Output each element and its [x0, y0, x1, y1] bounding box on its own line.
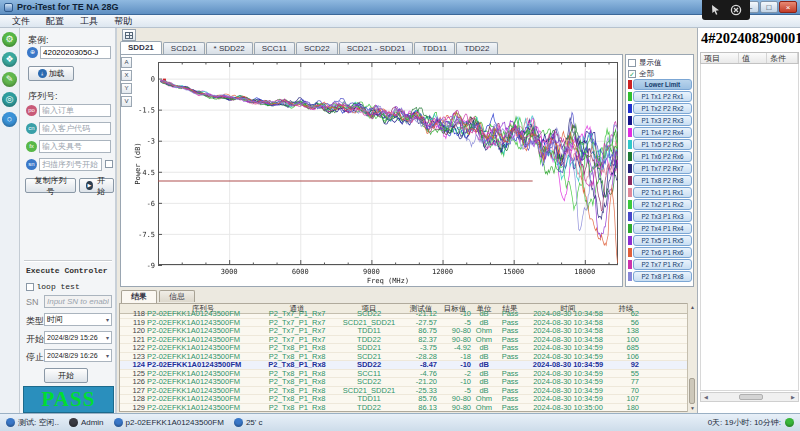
chart-control-X[interactable]: X — [121, 70, 132, 81]
scroll-right-icon[interactable]: ▶ — [788, 393, 798, 401]
tab-SCD21SDD21[interactable]: SCD21 - SDD21 — [339, 42, 414, 54]
results-table: 序列号通道项目测试值目标值单位结果时间持续 118P2-02EFKK1A0124… — [119, 303, 696, 412]
scroll-thumb[interactable] — [689, 378, 695, 404]
tab-SDD22[interactable]: * SDD22 — [206, 42, 253, 54]
table-row[interactable]: 129P2-02EFKK1A01243500FMP2_Tx8_P1_Rx8TDD… — [120, 404, 695, 413]
series-color-swatch — [628, 224, 632, 233]
chart-control-A[interactable]: A — [121, 57, 132, 68]
results-vertical-scrollbar[interactable]: ▲ ▼ — [687, 303, 696, 412]
sn-input[interactable] — [44, 295, 112, 308]
chart-grid-button[interactable] — [122, 29, 136, 41]
menu-item-3[interactable]: 帮助 — [107, 15, 139, 28]
cn-input[interactable] — [39, 122, 111, 135]
cursor-icon[interactable] — [710, 4, 723, 16]
frequency-response-chart[interactable] — [133, 55, 622, 285]
scroll-left-icon[interactable]: ◀ — [701, 393, 711, 401]
series-color-swatch — [628, 188, 632, 197]
legend-button[interactable]: P2 Tx1 P1 Rx1 — [633, 187, 692, 198]
capture-overlay — [702, 0, 750, 20]
tab-TDD22[interactable]: TDD22 — [456, 42, 497, 54]
tab-SCD21[interactable]: SCD21 — [163, 42, 205, 54]
legend-item: P2 Tx3 P1 Rx3 — [628, 211, 692, 222]
start-time-select[interactable]: 2024/8/29 15:26▾ — [44, 331, 112, 344]
fx-icon: fx — [26, 141, 37, 152]
column-header: 项目 — [701, 53, 739, 63]
status-icon — [234, 418, 243, 427]
stop-record-icon[interactable] — [730, 4, 742, 16]
fx-input[interactable] — [39, 140, 111, 153]
series-color-swatch — [628, 128, 632, 137]
refresh-icon[interactable]: ○ — [2, 112, 17, 127]
measurement-hscrollbar[interactable]: ◀ ▶ — [700, 392, 799, 402]
edit-icon[interactable]: ✎ — [2, 72, 17, 87]
menu-item-2[interactable]: 工具 — [73, 15, 105, 28]
type-select[interactable]: 时间▾ — [44, 313, 112, 326]
restore-button[interactable]: □ — [760, 1, 778, 13]
loop-test-checkbox[interactable]: loop test — [26, 281, 80, 291]
stop-time-label: 停止 — [26, 351, 44, 364]
serial-start-button[interactable]: ▶ 开始 — [79, 178, 114, 193]
tab-TDD11[interactable]: TDD11 — [414, 42, 455, 54]
app-icon — [4, 3, 13, 12]
legend-button[interactable]: P1 Tx2 P2 Rx2 — [633, 103, 692, 114]
legend-button[interactable]: P1 Tx6 P2 Rx6 — [633, 151, 692, 162]
series-color-swatch — [628, 140, 632, 149]
scroll-up-icon[interactable]: ▲ — [688, 303, 697, 311]
legend-button[interactable]: P2 Tx7 P1 Rx7 — [633, 259, 692, 270]
legend-button[interactable]: P1 Tx5 P2 Rx5 — [633, 139, 692, 150]
legend-item: P2 Tx6 P1 Rx6 — [628, 247, 692, 258]
measurement-table-header: 项目值条件 — [700, 52, 799, 64]
legend-button[interactable]: P2 Tx2 P1 Rx2 — [633, 199, 692, 210]
legend-button[interactable]: P2 Tx5 P1 Rx5 — [633, 235, 692, 246]
case-icon: ⊕ — [27, 47, 38, 58]
legend-button[interactable]: P2 Tx3 P1 Rx3 — [633, 211, 692, 222]
settings-icon[interactable]: ⚙ — [2, 32, 17, 47]
case-id-input[interactable] — [40, 46, 111, 59]
network-icon[interactable]: ❖ — [2, 52, 17, 67]
results-tab-0[interactable]: 结果 — [121, 290, 157, 303]
legend-button[interactable]: Lower Limit — [633, 79, 692, 90]
status-item-2: p2-02EFKK1A01243500FM — [114, 418, 224, 427]
title-bar: Pro-iTest for TE NA 28G — [0, 0, 800, 15]
left-panel: 案例: ⊕ ⤓ 加载 序列号: po cn fx sn 复制序列号 ▶ 开始 E… — [20, 28, 117, 413]
legend-item: P2 Tx5 P1 Rx5 — [628, 235, 692, 246]
series-color-swatch — [628, 80, 632, 89]
chart-control-Y[interactable]: Y — [121, 83, 132, 94]
legend-button[interactable]: P1 Tx8 P2 Rx8 — [633, 175, 692, 186]
show-value-checkbox[interactable]: 显示值 — [628, 57, 692, 68]
copy-serial-button[interactable]: 复制序列号 — [25, 178, 76, 193]
legend-button[interactable]: P1 Tx4 P2 Rx4 — [633, 127, 692, 138]
menu-item-1[interactable]: 配置 — [39, 15, 71, 28]
scroll-thumb[interactable] — [739, 394, 763, 400]
menu-item-0[interactable]: 文件 — [5, 15, 37, 28]
execute-title: Execute Controler — [26, 266, 108, 275]
scroll-down-icon[interactable]: ▼ — [688, 404, 697, 412]
tab-SDD21[interactable]: SDD21 — [120, 41, 162, 54]
sn-scan-checkbox[interactable] — [105, 160, 113, 168]
tab-SCD22[interactable]: SCD22 — [296, 42, 338, 54]
tab-SCC11[interactable]: SCC11 — [254, 42, 295, 54]
measurement-title: 4#202408290001 — [701, 30, 800, 47]
sn-input[interactable] — [39, 158, 102, 171]
run-button[interactable]: 开始 — [44, 368, 88, 383]
legend-button[interactable]: P1 Tx1 P2 Rx1 — [633, 91, 692, 102]
legend-item: P2 Tx8 P1 Rx8 — [628, 271, 692, 282]
legend-button[interactable]: P1 Tx7 P2 Rx7 — [633, 163, 692, 174]
all-checkbox[interactable]: ✓ 全部 — [628, 68, 692, 79]
legend-list: Lower Limit P1 Tx1 P2 Rx1 P1 Tx2 P2 Rx2 … — [628, 79, 692, 282]
series-color-swatch — [628, 116, 632, 125]
legend-item: P1 Tx1 P2 Rx1 — [628, 91, 692, 102]
po-input[interactable] — [39, 104, 111, 117]
load-button[interactable]: ⤓ 加载 — [28, 66, 74, 81]
close-button[interactable]: × — [779, 1, 797, 13]
legend-button[interactable]: P2 Tx4 P1 Rx4 — [633, 223, 692, 234]
legend-button[interactable]: P2 Tx8 P1 Rx8 — [633, 271, 692, 282]
chart-control-V[interactable]: V — [121, 96, 132, 107]
camera-icon[interactable]: ◎ — [2, 92, 17, 107]
grid-icon — [125, 32, 133, 39]
legend-item: P2 Tx2 P1 Rx2 — [628, 199, 692, 210]
results-tab-1[interactable]: 信息 — [159, 290, 195, 302]
legend-button[interactable]: P1 Tx3 P2 Rx3 — [633, 115, 692, 126]
legend-button[interactable]: P2 Tx6 P1 Rx6 — [633, 247, 692, 258]
stop-time-select[interactable]: 2024/8/29 16:26▾ — [44, 349, 112, 362]
